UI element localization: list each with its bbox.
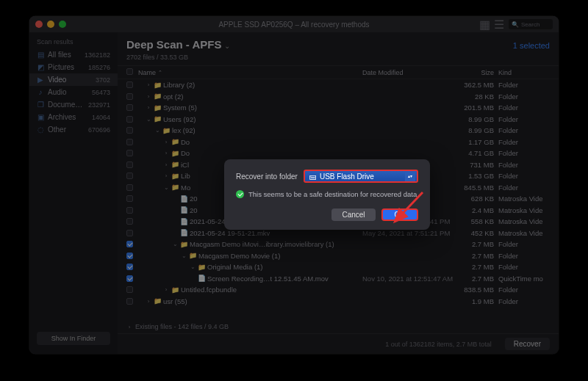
disclosure-triangle-icon[interactable]: ⌄ [172, 241, 178, 247]
folder-icon: 📁 [198, 264, 205, 271]
disclosure-triangle-icon[interactable]: › [146, 93, 151, 100]
folder-row[interactable]: ⌄📁Original Media (1)2.7 MBFolder [118, 261, 559, 273]
row-checkbox[interactable] [126, 298, 133, 305]
row-checkbox[interactable] [126, 127, 133, 134]
sidebar-item-pictures[interactable]: ◩Pictures185276 [29, 61, 118, 73]
folder-row[interactable]: ⌄📁Macgasm Demo iMovi…ibrary.imovielibrar… [118, 239, 559, 250]
destination-select[interactable]: 🖴 USB Flash Drive ▴▾ [304, 170, 418, 183]
disclosure-triangle-icon[interactable]: › [146, 81, 151, 88]
file-icon: 📄 [180, 206, 187, 214]
row-size: 1.9 MB [458, 297, 498, 305]
sidebar-item-documents[interactable]: ❐Documents232971 [29, 98, 118, 111]
row-kind: Folder [498, 297, 550, 305]
disclosure-triangle-icon[interactable]: ⌄ [190, 264, 196, 270]
row-size: 2.7 MB [458, 263, 498, 271]
disclosure-triangle-icon[interactable]: ⌄ [146, 116, 151, 123]
archives-icon: ▣ [37, 114, 44, 121]
folder-row[interactable]: ⌄📁lex (92)8.99 GBFolder [118, 125, 559, 137]
row-checkbox[interactable] [126, 162, 133, 168]
row-checkbox[interactable] [126, 116, 133, 123]
folder-row[interactable]: ›📁System (5)201.5 MBFolder [118, 102, 559, 114]
row-checkbox[interactable] [126, 264, 133, 270]
cancel-button[interactable]: Cancel [331, 208, 375, 221]
show-in-finder-button[interactable]: Show In Finder [37, 332, 110, 345]
list-view-icon[interactable]: ☰ [494, 19, 504, 29]
disclosure-triangle-icon[interactable]: › [146, 298, 151, 305]
folder-row[interactable]: ›📁Do1.17 GBFolder [118, 137, 559, 148]
row-checkbox[interactable] [126, 139, 133, 145]
footer-bar: 1 out of 1362182 items, 2.7 MB total Rec… [118, 333, 559, 354]
folder-row[interactable]: ›📁Library (2)362.5 MBFolder [118, 79, 559, 91]
folder-row[interactable]: ›📁Untitled.fcpbundle838.5 MBFolder [118, 284, 559, 296]
row-checkbox[interactable] [126, 173, 133, 179]
column-date[interactable]: Date Modified [362, 69, 458, 76]
row-checkbox[interactable] [126, 241, 133, 247]
row-checkbox[interactable] [126, 286, 133, 293]
row-size: 838.5 MB [458, 286, 498, 294]
row-size: 558 KB [458, 217, 498, 225]
pictures-icon: ◩ [37, 64, 44, 71]
disclosure-triangle-icon[interactable]: › [146, 104, 151, 111]
row-checkbox[interactable] [126, 81, 133, 88]
chevron-down-icon[interactable]: ⌄ [224, 42, 230, 50]
column-name[interactable]: Name ⌃ [138, 69, 362, 76]
sidebar-item-audio[interactable]: ♪Audio56473 [29, 86, 118, 98]
row-checkbox[interactable] [126, 218, 133, 225]
column-kind[interactable]: Kind [498, 69, 550, 76]
row-name: Macgasm Demo Movie (1) [198, 252, 280, 260]
disclosure-triangle-icon[interactable]: ⌄ [163, 184, 169, 191]
row-kind: Matroska Vide [498, 229, 550, 237]
disclosure-triangle-icon[interactable]: ⌄ [181, 253, 187, 259]
row-date: May 24, 2021 at 7:51:21 PM [362, 229, 458, 237]
maximize-window-button[interactable] [59, 21, 66, 28]
select-all-checkbox[interactable] [126, 68, 133, 75]
search-input[interactable]: 🔍 Search [509, 19, 553, 29]
sidebar-item-other[interactable]: ◌Other670696 [29, 123, 118, 136]
folder-row[interactable]: ›📁Do4.71 GBFolder [118, 148, 559, 159]
row-kind: Folder [498, 115, 550, 123]
ok-button[interactable]: OK [381, 208, 418, 221]
folder-row[interactable]: ›📁usr (55)1.9 MBFolder [118, 296, 559, 308]
row-checkbox[interactable] [126, 253, 133, 259]
row-checkbox[interactable] [126, 207, 133, 214]
folder-row[interactable]: ⌄📁Users (92)8.99 GBFolder [118, 114, 559, 126]
disclosure-triangle-icon[interactable]: › [163, 139, 169, 145]
folder-icon: 📁 [154, 81, 161, 89]
titlebar-right: ▦ ☰ 🔍 Search [479, 19, 553, 29]
row-checkbox[interactable] [126, 150, 133, 156]
sidebar-item-count: 56473 [92, 89, 110, 96]
selection-count: 1 selected [513, 41, 550, 50]
row-name: Original Media (1) [207, 263, 263, 271]
disclosure-triangle-icon[interactable]: › [163, 162, 169, 168]
disclosure-triangle-icon[interactable]: › [163, 150, 169, 156]
existing-files-row[interactable]: › Existing files - 142 files / 9.4 GB [118, 320, 559, 333]
sidebar-item-label: Other [48, 126, 85, 134]
row-checkbox[interactable] [126, 230, 133, 236]
sidebar-item-count: 1362182 [85, 51, 110, 59]
grid-view-icon[interactable]: ▦ [479, 19, 490, 29]
row-checkbox[interactable] [126, 104, 133, 111]
row-checkbox[interactable] [126, 195, 133, 202]
disclosure-triangle-icon[interactable]: ⌄ [154, 127, 160, 134]
row-checkbox[interactable] [126, 93, 133, 100]
minimize-window-button[interactable] [47, 21, 54, 28]
sidebar-item-archives[interactable]: ▣Archives14064 [29, 111, 118, 123]
file-icon: 📄 [180, 229, 187, 236]
folder-row[interactable]: ⌄📁Macgasm Demo Movie (1)2.7 MBFolder [118, 250, 559, 262]
disclosure-triangle-icon[interactable]: › [163, 286, 169, 293]
file-row[interactable]: 📄 Screen Recording…t 12.51.45 AM.movNov … [118, 273, 559, 285]
row-name: Library (2) [163, 81, 195, 89]
row-checkbox[interactable] [126, 184, 133, 191]
column-headers: Name ⌃ Date Modified Size Kind [118, 65, 559, 79]
recover-button[interactable]: Recover [505, 338, 550, 350]
sidebar-item-all-files[interactable]: ▤All files1362182 [29, 48, 118, 61]
disclosure-triangle-icon[interactable]: › [163, 173, 169, 179]
row-size: 2.7 MB [458, 252, 498, 260]
column-size[interactable]: Size [458, 69, 498, 76]
search-placeholder: Search [521, 21, 539, 28]
folder-icon: 📁 [171, 173, 179, 180]
folder-row[interactable]: ›📁opt (2)28 KBFolder [118, 91, 559, 103]
sidebar-item-video[interactable]: ▶Video3702 [29, 73, 118, 86]
close-window-button[interactable] [35, 21, 43, 28]
row-checkbox[interactable] [126, 275, 133, 282]
